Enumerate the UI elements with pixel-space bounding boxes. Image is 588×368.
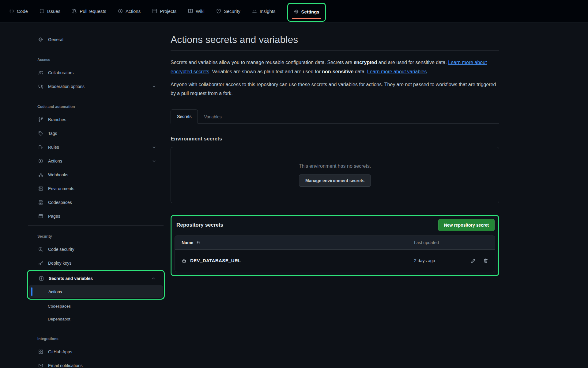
sidebar-subitem-label: Dependabot: [48, 317, 70, 321]
title-divider: [171, 50, 499, 51]
annotation-box-repository-secrets: Repository secrets New repository secret…: [171, 215, 499, 276]
sidebar-item-label: Environments: [48, 186, 74, 191]
sidebar-item-branches[interactable]: Branches: [28, 113, 164, 126]
people-icon: [38, 70, 43, 75]
learn-more-link[interactable]: Learn more about variables: [367, 69, 427, 74]
tab-code[interactable]: Code: [9, 9, 28, 14]
server-icon: [38, 186, 43, 191]
apps-icon: [38, 349, 43, 354]
sidebar-divider: [28, 96, 164, 96]
sidebar-subitem-codespaces[interactable]: Codespaces: [28, 300, 164, 312]
sidebar-subitem-label: Actions: [48, 289, 62, 294]
sidebar-subitem-label: Codespaces: [48, 304, 71, 309]
tab-settings[interactable]: Settings: [287, 3, 326, 22]
sidebar-item-deploy-keys[interactable]: Deploy keys: [28, 256, 164, 270]
settings-sidebar: General Access Collaborators Moderation …: [28, 26, 164, 368]
code-icon: [9, 9, 14, 13]
sidebar-item-label: Secrets and variables: [49, 276, 93, 281]
sidebar-section-integrations: Integrations: [28, 331, 164, 345]
sidebar-item-github-apps[interactable]: GitHub Apps: [28, 345, 164, 358]
graph-icon: [252, 9, 257, 13]
tab-secrets[interactable]: Secrets: [171, 109, 198, 124]
tab-settings-label: Settings: [301, 9, 319, 14]
asterisk-box-icon: [39, 276, 44, 281]
sidebar-item-email-notifications[interactable]: Email notifications: [28, 358, 164, 368]
book-icon: [188, 9, 193, 13]
lock-icon: [182, 258, 187, 263]
environment-secrets-box: This environment has no secrets. Manage …: [171, 147, 499, 203]
sidebar-subitem-actions[interactable]: Actions: [29, 285, 163, 298]
table-header-row: Name Last updated: [175, 236, 495, 250]
tab-insights[interactable]: Insights: [252, 9, 276, 14]
last-updated-column-header: Last updated: [414, 240, 488, 245]
tab-issues[interactable]: Issues: [40, 9, 60, 14]
new-repository-secret-button[interactable]: New repository secret: [438, 219, 495, 231]
sidebar-item-label: Webhooks: [48, 172, 68, 177]
secrets-variables-tabnav: Secrets Variables: [171, 109, 499, 124]
sidebar-section-code-automation: Code and automation: [28, 98, 164, 113]
tab-security[interactable]: Security: [216, 9, 240, 14]
sidebar-item-label: Branches: [48, 117, 66, 122]
sidebar-item-general[interactable]: General: [28, 33, 164, 46]
sidebar-item-collaborators[interactable]: Collaborators: [28, 66, 164, 79]
sidebar-item-codespaces[interactable]: Codespaces: [28, 195, 164, 209]
sidebar-item-secrets-and-variables[interactable]: Secrets and variables: [29, 271, 163, 285]
sidebar-item-label: Deploy keys: [48, 261, 71, 266]
active-tab-underline: [292, 18, 321, 19]
tab-insights-label: Insights: [260, 9, 276, 14]
secret-row-right: 2 days ago: [414, 258, 488, 263]
tab-variables[interactable]: Variables: [198, 110, 228, 124]
sidebar-section-access: Access: [28, 52, 164, 66]
intro-paragraph: Secrets and variables allow you to manag…: [171, 58, 499, 76]
name-header-label: Name: [182, 240, 193, 245]
mail-icon: [38, 363, 43, 368]
edit-pencil-icon[interactable]: [470, 258, 475, 263]
tab-security-label: Security: [224, 9, 240, 14]
issue-opened-icon: [40, 9, 44, 13]
sidebar-section-security: Security: [28, 228, 164, 242]
sidebar-item-label: Email notifications: [48, 363, 83, 368]
sidebar-subitem-dependabot[interactable]: Dependabot: [28, 312, 164, 325]
tab-issues-label: Issues: [47, 9, 60, 14]
sidebar-divider: [28, 49, 164, 49]
sidebar-item-label: Tags: [48, 131, 57, 136]
comment-discussion-icon: [38, 84, 43, 89]
secret-name-cell: DEV_DATABASE_URL: [182, 258, 414, 263]
tab-actions[interactable]: Actions: [118, 9, 141, 14]
annotation-box-secrets-and-variables: Secrets and variables Actions: [27, 270, 165, 300]
tab-wiki-label: Wiki: [196, 9, 204, 14]
play-circle-icon: [38, 159, 43, 163]
tab-wiki[interactable]: Wiki: [188, 9, 204, 14]
codespaces-icon: [38, 200, 43, 205]
name-column-header[interactable]: Name: [182, 240, 414, 245]
sidebar-item-rules[interactable]: Rules: [28, 140, 164, 154]
sidebar-item-label: Pages: [48, 214, 60, 219]
tab-projects[interactable]: Projects: [152, 9, 176, 14]
git-branch-icon: [38, 117, 43, 122]
sidebar-item-actions[interactable]: Actions: [28, 154, 164, 168]
environment-secrets-heading: Environment secrets: [171, 136, 499, 142]
emphasis-text: encrypted: [354, 60, 377, 65]
tab-pull-requests[interactable]: Pull requests: [72, 9, 106, 14]
tab-actions-label: Actions: [126, 9, 141, 14]
emphasis-text: non-sensitive: [322, 69, 353, 74]
sidebar-divider: [28, 225, 164, 226]
delete-trash-icon[interactable]: [483, 258, 488, 263]
sidebar-item-label: Code security: [48, 247, 74, 252]
manage-environment-secrets-button[interactable]: Manage environment secrets: [299, 174, 371, 187]
sidebar-item-environments[interactable]: Environments: [28, 182, 164, 195]
sidebar-item-webhooks[interactable]: Webhooks: [28, 168, 164, 182]
sidebar-item-label: General: [48, 37, 63, 42]
sidebar-item-code-security[interactable]: Code security: [28, 242, 164, 256]
sidebar-item-moderation-options[interactable]: Moderation options: [28, 79, 164, 93]
fork-note-paragraph: Anyone with collaborator access to this …: [171, 80, 499, 98]
environment-empty-message: This environment has no secrets.: [299, 163, 371, 169]
sort-asc-icon: [196, 240, 201, 245]
sidebar-item-tags[interactable]: Tags: [28, 126, 164, 140]
secret-row: DEV_DATABASE_URL 2 days ago: [175, 250, 495, 272]
repository-secrets-table: Name Last updated DEV_DATABASE_URL 2 day…: [175, 236, 495, 272]
shield-icon: [216, 9, 221, 13]
sidebar-item-pages[interactable]: Pages: [28, 209, 164, 223]
secret-name: DEV_DATABASE_URL: [190, 258, 241, 263]
key-icon: [38, 261, 43, 266]
